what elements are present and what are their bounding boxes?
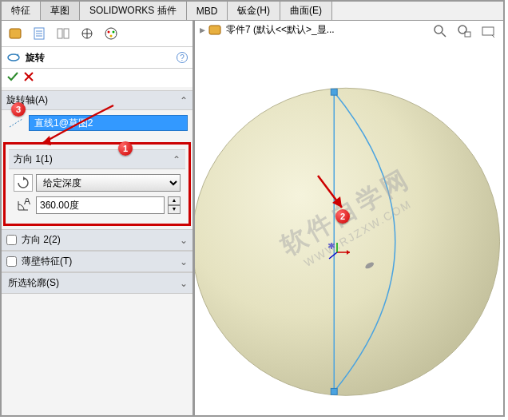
cancel-button[interactable] xyxy=(22,70,35,85)
svg-point-12 xyxy=(113,31,115,34)
marker-3: 3 xyxy=(11,102,26,117)
pm-toolbar xyxy=(2,21,192,47)
thin-header[interactable]: 薄壁特征(T) ⌄ xyxy=(2,251,192,272)
chevron-down-icon: ⌄ xyxy=(180,235,188,246)
reverse-direction-button[interactable] xyxy=(14,174,33,192)
annotation-arrow-1 xyxy=(34,97,129,153)
svg-point-23 xyxy=(195,88,500,395)
marker-2: 2 xyxy=(335,209,350,224)
property-manager: 旋转 ? 旋转轴(A) ⌃ 直线1@草图2 xyxy=(2,21,195,415)
svg-text:✱: ✱ xyxy=(327,243,335,252)
thin-checkbox[interactable] xyxy=(6,256,17,267)
origin-triad-icon: ✱ xyxy=(327,243,351,262)
model-svg xyxy=(195,45,503,415)
collapse-icon: ⌃ xyxy=(180,95,188,106)
angle-down[interactable]: ▼ xyxy=(168,205,181,214)
pm-tab-dim[interactable] xyxy=(76,23,98,44)
ribbon-tabs: 特征 草图 SOLIDWORKS 插件 MBD 钣金(H) 曲面(E) xyxy=(2,2,503,21)
zoom-fit-button[interactable] xyxy=(430,22,450,40)
svg-line-19 xyxy=(442,33,446,37)
svg-point-13 xyxy=(110,35,113,38)
tab-sheetmetal[interactable]: 钣金(H) xyxy=(228,2,280,20)
dir2-label: 方向 2(2) xyxy=(22,233,61,247)
contour-label: 所选轮廓(S) xyxy=(8,276,59,290)
part-icon xyxy=(208,22,223,37)
tab-surface[interactable]: 曲面(E) xyxy=(280,2,332,20)
marker-1: 1 xyxy=(118,141,133,156)
angle-up[interactable]: ▲ xyxy=(168,196,181,205)
svg-rect-22 xyxy=(482,27,494,35)
svg-rect-25 xyxy=(331,89,337,95)
ok-cancel-row xyxy=(2,69,192,87)
pm-tab-feature[interactable] xyxy=(4,23,26,44)
pm-tab-properties[interactable] xyxy=(28,23,50,44)
breadcrumb-arrow-icon[interactable]: ▸ xyxy=(200,23,205,36)
pm-tab-config[interactable] xyxy=(52,23,74,44)
svg-point-10 xyxy=(105,28,117,39)
viewport-tools xyxy=(430,22,498,40)
model-area[interactable] xyxy=(195,45,503,415)
ok-button[interactable] xyxy=(6,70,19,85)
svg-rect-6 xyxy=(64,29,69,38)
contour-header[interactable]: 所选轮廓(S) ⌄ xyxy=(2,272,192,294)
svg-point-11 xyxy=(108,31,110,34)
pm-tab-appearance[interactable] xyxy=(100,23,122,44)
svg-rect-17 xyxy=(209,26,220,34)
annotation-arrow-2 xyxy=(312,169,359,217)
feature-title: 旋转 xyxy=(26,51,45,65)
zoom-area-button[interactable] xyxy=(454,22,474,40)
help-icon[interactable]: ? xyxy=(177,52,188,63)
dir2-checkbox[interactable] xyxy=(6,235,17,245)
tab-sw-plugins[interactable]: SOLIDWORKS 插件 xyxy=(80,2,187,20)
tab-mbd[interactable]: MBD xyxy=(187,2,228,20)
display-menu-button[interactable] xyxy=(478,22,498,40)
tab-sketch[interactable]: 草图 xyxy=(41,2,80,20)
svg-line-15 xyxy=(10,119,22,127)
angle-icon: A1 xyxy=(14,196,33,214)
svg-rect-0 xyxy=(10,29,21,38)
chevron-down-icon: ⌄ xyxy=(180,278,188,289)
breadcrumb: ▸ 零件7 (默认<<默认>_显... xyxy=(200,22,335,37)
tab-features[interactable]: 特征 xyxy=(2,2,41,20)
svg-rect-5 xyxy=(58,29,62,38)
svg-text:A1: A1 xyxy=(24,198,30,207)
dir1-label: 方向 1(1) xyxy=(14,153,53,166)
revolve-icon xyxy=(6,50,21,65)
feature-header: 旋转 ? xyxy=(2,47,192,69)
angle-input[interactable] xyxy=(36,196,165,214)
axis-line-icon xyxy=(6,116,26,130)
direction-1-section-highlight: 方向 1(1) ⌃ 给定深度 A1 ▲ ▼ xyxy=(3,142,191,226)
chevron-down-icon: ⌄ xyxy=(180,256,188,267)
svg-line-30 xyxy=(329,252,337,259)
svg-rect-26 xyxy=(331,388,337,394)
svg-point-18 xyxy=(435,26,443,34)
dir2-header[interactable]: 方向 2(2) ⌄ xyxy=(2,229,192,251)
end-condition-select[interactable]: 给定深度 xyxy=(36,174,181,192)
collapse-icon: ⌃ xyxy=(173,154,181,165)
breadcrumb-text[interactable]: 零件7 (默认<<默认>_显... xyxy=(226,23,335,37)
thin-label: 薄壁特征(T) xyxy=(22,255,72,268)
